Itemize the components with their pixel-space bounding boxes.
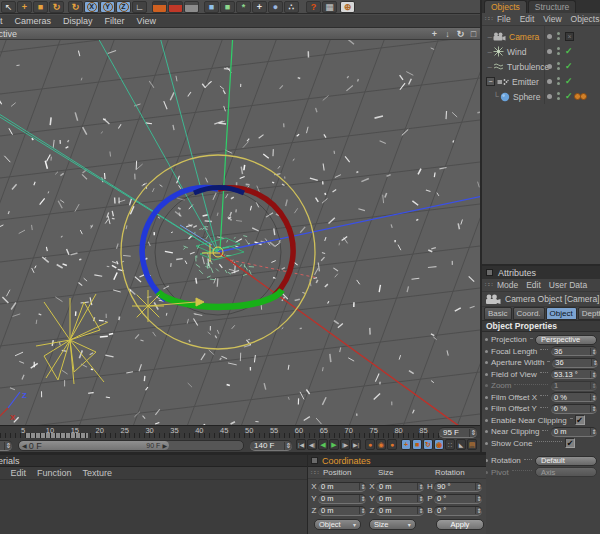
- viewport-titlebar[interactable]: Perspective +↓↻□: [0, 28, 480, 40]
- rotate-view-icon[interactable]: ↻: [454, 29, 467, 39]
- render-settings-button[interactable]: [184, 1, 199, 13]
- coordinate-size-dropdown[interactable]: Size ▾: [369, 519, 416, 530]
- spinner-arrows-icon[interactable]: ⇕: [590, 382, 597, 389]
- play-backwards-button[interactable]: ◀: [318, 439, 328, 450]
- visibility-dots-icon[interactable]: [557, 77, 560, 87]
- spinner-arrows-icon[interactable]: ⇕: [590, 405, 597, 412]
- aperture-width-field[interactable]: 36⇕: [552, 358, 598, 368]
- objects-menu-edit[interactable]: Edit: [520, 14, 535, 24]
- enabled-check-icon[interactable]: ✓: [565, 76, 573, 86]
- tab-object[interactable]: Object: [546, 307, 577, 320]
- object-row-camera[interactable]: –Camera×: [482, 29, 600, 44]
- rotation-h-field[interactable]: 90 °⇕: [434, 482, 482, 492]
- zoom-view-icon[interactable]: ↓: [441, 29, 454, 39]
- visibility-dots-icon[interactable]: [557, 47, 560, 57]
- panel-handle-icon[interactable]: ∷∷: [485, 281, 492, 289]
- object-row-sphere[interactable]: └Sphere✓: [482, 89, 600, 104]
- timeline-end-frame-field[interactable]: 95 F ⇕: [439, 427, 477, 438]
- lock-x-axis[interactable]: X: [84, 1, 99, 13]
- spinner-arrows-icon[interactable]: ⇕: [590, 371, 597, 378]
- size-x-field[interactable]: 0 m⇕: [376, 482, 424, 492]
- record-keyframe-button[interactable]: ●: [365, 439, 375, 450]
- rotate-alt-tool[interactable]: ↻: [68, 1, 83, 13]
- spinner-arrows-icon[interactable]: ⇕: [359, 507, 366, 514]
- previous-frame-button[interactable]: ◀|: [307, 439, 317, 450]
- render-region-button[interactable]: [168, 1, 183, 13]
- play-forwards-button[interactable]: ▶: [329, 439, 339, 450]
- add-particles-button[interactable]: ∴: [284, 1, 299, 13]
- perspective-viewport[interactable]: ZX: [0, 40, 480, 425]
- spinner-arrows-icon[interactable]: ⇕: [417, 495, 424, 502]
- spinner-arrows-icon[interactable]: ⇕: [359, 483, 366, 490]
- film-offset-y-field[interactable]: 0 %⇕: [551, 404, 597, 414]
- size-y-field[interactable]: 0 m⇕: [376, 494, 424, 504]
- timeline-ruler[interactable]: 51015202530354045505560657075808590 95 F…: [0, 425, 480, 438]
- key-pla-toggle[interactable]: ∷: [445, 439, 455, 450]
- spinner-arrows-icon[interactable]: ⇕: [417, 483, 424, 490]
- spinner-arrows-icon[interactable]: ⇕: [359, 495, 366, 502]
- add-modeling-button[interactable]: +: [252, 1, 267, 13]
- enable-near-clipping-checkbox[interactable]: ✔: [575, 415, 585, 425]
- layer-dot-icon[interactable]: [547, 49, 552, 54]
- scale-tool[interactable]: ■: [33, 1, 48, 13]
- attributes-menu-user-data[interactable]: User Data: [549, 280, 587, 290]
- key-parameter-toggle[interactable]: ◉: [434, 439, 444, 450]
- autokey-button[interactable]: ◉: [376, 439, 386, 450]
- key-rotation-toggle[interactable]: ↻: [423, 439, 433, 450]
- apply-button[interactable]: Apply: [436, 519, 484, 530]
- render-view-button[interactable]: [152, 1, 167, 13]
- spinner-arrows-icon[interactable]: ⇕: [475, 495, 482, 502]
- object-row-wind[interactable]: –Wind✓: [482, 44, 600, 59]
- add-scene-object-button[interactable]: ●: [268, 1, 283, 13]
- viewport-menu-display[interactable]: Display: [63, 16, 93, 26]
- rotation-b-field[interactable]: 0 °⇕: [434, 506, 482, 516]
- lock-y-axis[interactable]: Y: [100, 1, 115, 13]
- tab-coord[interactable]: Coord.: [513, 307, 545, 320]
- layer-dot-icon[interactable]: [547, 94, 552, 99]
- keyframe-selection-button[interactable]: ▤: [467, 439, 477, 450]
- spinner-arrows-icon[interactable]: ⇕: [417, 507, 424, 514]
- disabled-cross-icon[interactable]: ×: [565, 32, 574, 41]
- objects-menu-objects[interactable]: Objects: [571, 14, 600, 24]
- tab-basic[interactable]: Basic: [484, 307, 512, 320]
- layer-dot-icon[interactable]: [547, 79, 552, 84]
- next-frame-button[interactable]: |▶: [340, 439, 350, 450]
- spinner-arrows-icon[interactable]: ⇕: [4, 442, 12, 450]
- tab-depth[interactable]: Depth: [578, 307, 600, 320]
- tab-structure[interactable]: Structure: [528, 0, 577, 13]
- spinner-arrows-icon[interactable]: ⇕: [284, 442, 292, 450]
- viewport-menu-edit[interactable]: Edit: [0, 16, 3, 26]
- layer-dot-icon[interactable]: [547, 64, 552, 69]
- preview-range-slider[interactable]: ◀ 0 F 90 F ▶: [18, 440, 244, 451]
- key-scale-toggle[interactable]: ■: [412, 439, 422, 450]
- viewport-menu-cameras[interactable]: Cameras: [15, 16, 52, 26]
- preview-range-active[interactable]: ◀ 0 F 90 F ▶: [19, 441, 169, 450]
- solo-toggle[interactable]: ◣: [456, 439, 466, 450]
- materials-menu-function[interactable]: Function: [37, 468, 72, 478]
- rotate-tool[interactable]: ↻: [49, 1, 64, 13]
- position-y-field[interactable]: 0 m⇕: [318, 494, 366, 504]
- materials-menu-edit[interactable]: Edit: [11, 468, 27, 478]
- projection-dropdown[interactable]: Perspective: [535, 335, 597, 345]
- help-tool[interactable]: ?: [306, 1, 321, 13]
- spinner-arrows-icon[interactable]: ⇕: [590, 428, 597, 435]
- spinner-arrows-icon[interactable]: ⇕: [469, 429, 477, 437]
- attributes-titlebar[interactable]: Attributes: [482, 266, 600, 279]
- pan-view-icon[interactable]: +: [428, 29, 441, 39]
- go-to-end-button[interactable]: ▶|: [351, 439, 361, 450]
- position-x-field[interactable]: 0 m⇕: [318, 482, 366, 492]
- visibility-dots-icon[interactable]: [557, 92, 560, 102]
- enabled-check-icon[interactable]: ✓: [565, 46, 573, 56]
- add-nurbs-button[interactable]: *: [236, 1, 251, 13]
- start-frame-field[interactable]: ⇕: [0, 440, 12, 451]
- lock-z-axis[interactable]: Z: [116, 1, 131, 13]
- tab-objects[interactable]: Objects: [484, 0, 527, 13]
- spinner-arrows-icon[interactable]: ⇕: [590, 394, 597, 401]
- enabled-check-icon[interactable]: ✓: [565, 61, 573, 71]
- field-of-view-field[interactable]: 53.13 °⇕: [551, 369, 597, 379]
- spinner-arrows-icon[interactable]: ⇕: [475, 507, 482, 514]
- spinner-arrows-icon[interactable]: ⇕: [475, 483, 482, 490]
- max-frame-field[interactable]: 140 F ⇕: [250, 440, 292, 451]
- film-offset-x-field[interactable]: 0 %⇕: [551, 392, 597, 402]
- spinner-arrows-icon[interactable]: ⇕: [591, 359, 598, 366]
